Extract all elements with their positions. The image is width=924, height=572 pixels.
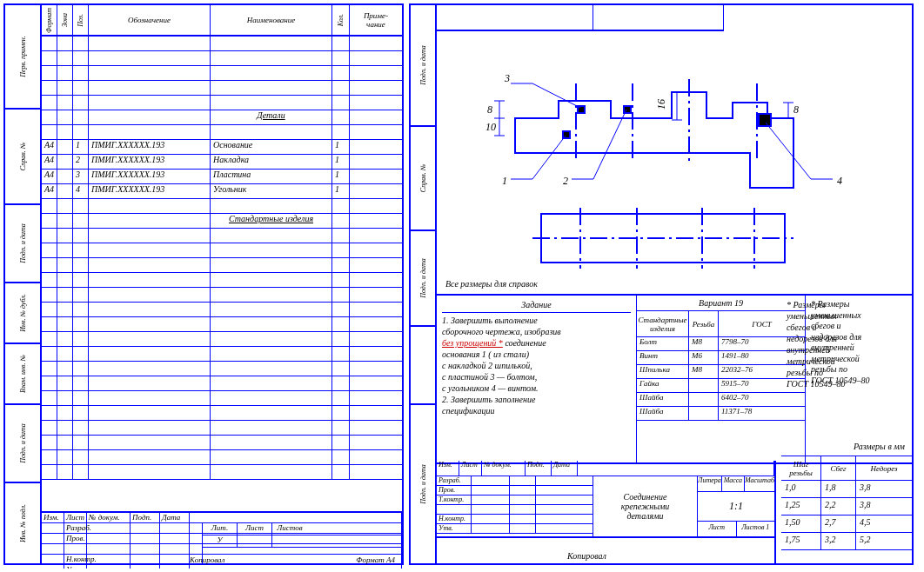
dim-8b: 8 <box>793 103 799 116</box>
spec-body: ДеталиА41ПМИГ.ХХХХХХ.193Основание1А42ПМИ… <box>42 37 402 480</box>
variant-row: ШпилькаМ822032–76 <box>637 365 805 379</box>
sc-listov: Листов 1 <box>737 522 775 537</box>
dim-10: 10 <box>485 121 496 133</box>
size-row: 1,502,74,5 <box>781 515 912 533</box>
task-line: 2. Завершить заполнение <box>442 394 631 405</box>
dim-8: 8 <box>487 103 492 116</box>
stub-invdub: Инв. № дубл. <box>19 294 27 332</box>
spec-row <box>42 288 402 303</box>
spec-row <box>42 258 402 273</box>
footnote-line: внутренней <box>787 344 907 356</box>
size-row: 1,01,83,8 <box>781 481 912 498</box>
spec-row: А42ПМИГ.ХХХХХХ.193Накладка1 <box>42 155 402 170</box>
spec-row <box>42 81 402 96</box>
footnote-dup: * Размерыуменьшенныхсбегов инедорезов дл… <box>781 294 912 442</box>
sz-h-nedorez: Недорез <box>856 456 912 480</box>
task-line: спецификации <box>442 405 631 416</box>
label-1: 1 <box>502 175 507 187</box>
spec-row <box>42 347 402 362</box>
footnote-line: метрической <box>787 356 907 367</box>
r-stub-3: Подп. и дата <box>419 258 427 298</box>
footnote-line: недорезов для <box>787 333 907 344</box>
task-line: 1. Завершить выполнение <box>442 315 631 326</box>
scale-value: 1:1 <box>698 492 774 522</box>
sizes-table: Шаг резьбы Сбег Недорез 1,01,83,81,252,2… <box>781 456 912 550</box>
spec-row: А44ПМИГ.ХХХХХХ.193Угольник1 <box>42 184 402 199</box>
spec-row <box>42 421 402 436</box>
spec-row <box>42 450 402 465</box>
spec-row: А41ПМИГ.ХХХХХХ.193Основание1 <box>42 140 402 155</box>
spec-table: Формат Зона Поз. Обозначение Наименовани… <box>42 5 402 511</box>
kopiroval-left: Копировал <box>190 555 224 564</box>
spec-row <box>42 96 402 110</box>
rtb-podp: Подп. <box>526 461 552 476</box>
rtb-signers: Разраб.Пров.Т.контр.Н.контр.Утв. <box>437 476 593 536</box>
var-h-thread: Резьба <box>689 311 719 336</box>
stub-invpodl: Инв. № подл. <box>19 504 27 542</box>
assembly-drawing: 3 1 2 4 8 10 16 8 <box>437 31 912 275</box>
spec-row <box>42 125 402 140</box>
rtb-ndoc: № докум. <box>482 461 526 476</box>
tb-u: У <box>203 535 238 547</box>
tb-data: Дата <box>160 513 190 522</box>
spec-row: Стандартные изделия <box>42 214 402 229</box>
r-stub-5: Подп. и дата <box>419 464 427 504</box>
variant-row: ВинтМ61491–80 <box>637 351 805 365</box>
h-kol: Кол. <box>337 14 345 26</box>
label-3: 3 <box>504 72 510 84</box>
svg-rect-0 <box>759 114 771 126</box>
tb-lit: Лит. <box>203 523 238 535</box>
spec-row <box>42 243 402 258</box>
rtb-list: Лист <box>459 461 482 476</box>
variant-row: Шайба6402–70 <box>637 393 805 407</box>
scale-block: Литера Масса Масштаб 1:1 Лист Листов 1 <box>698 476 774 536</box>
sz-h-step: Шаг резьбы <box>781 456 821 480</box>
h-zona: Зона <box>61 13 69 27</box>
spec-row <box>42 436 402 450</box>
top-strip <box>437 5 912 31</box>
footnote-line: * Размеры <box>787 299 907 310</box>
spec-row <box>42 406 402 421</box>
stub-sprav: Справ. № <box>19 143 27 170</box>
drawing-title: Соединение крепежными деталями <box>593 476 698 536</box>
tb-ndoc: № докум. <box>87 513 131 522</box>
sc-massa: Масса <box>722 476 745 491</box>
footnote-line: уменьшенных <box>787 310 907 322</box>
spec-row <box>42 317 402 332</box>
label-4: 4 <box>837 175 842 187</box>
footnote-line: резьбы по <box>787 367 907 378</box>
spec-row <box>42 273 402 288</box>
task-header: Задание <box>442 299 631 313</box>
spec-row <box>42 465 402 480</box>
sc-masht: Масштаб <box>745 476 774 491</box>
left-margin-stubs: Перв. примен. Справ. № Подп. и дата Инв.… <box>5 5 42 563</box>
h-naim: Наименование <box>211 5 332 35</box>
h-prim: Приме- чание <box>350 5 402 35</box>
rtb-sign-row <box>437 505 593 515</box>
task-line: без упрощений * соединение <box>442 337 631 349</box>
task-line: сборочного чертежа, изобразив <box>442 326 631 337</box>
rtb-sign-row: Утв. <box>437 524 593 534</box>
task-line: с пластиной 3 — болтом, <box>442 371 631 382</box>
rtb-sign-row: Н.контр. <box>437 515 593 524</box>
rtb-sign-row: Т.контр. <box>437 496 593 505</box>
rtb-sign-row: Разраб. <box>437 476 593 486</box>
spec-header: Формат Зона Поз. Обозначение Наименовани… <box>42 5 402 37</box>
stub-podp1: Подп. и дата <box>19 223 27 263</box>
footnote-line: ГОСТ 10549–80 <box>787 378 907 389</box>
tb-podp: Подп. <box>131 513 160 522</box>
right-margin-stubs: Подп. и дата Справ. № Подп. и дата Подп.… <box>411 5 437 563</box>
variant-row: Гайка5915–70 <box>637 379 805 393</box>
r-stub-2: Справ. № <box>419 164 427 192</box>
r-stub-1: Подп. и дата <box>419 45 427 85</box>
tb-sign-row: Утв. <box>42 565 402 569</box>
variant-column: Вариант 19 Стандартные изделия Резьба ГО… <box>637 296 806 462</box>
h-poz: Поз. <box>77 14 84 27</box>
spec-row <box>42 362 402 376</box>
spec-row: А43ПМИГ.ХХХХХХ.193Пластина1 <box>42 170 402 184</box>
variant-row: БолтМ87798–70 <box>637 337 805 351</box>
format-left: Формат А4 <box>356 555 395 564</box>
spec-row <box>42 332 402 347</box>
svg-line-16 <box>593 110 626 179</box>
size-row: 1,753,25,2 <box>781 533 912 550</box>
